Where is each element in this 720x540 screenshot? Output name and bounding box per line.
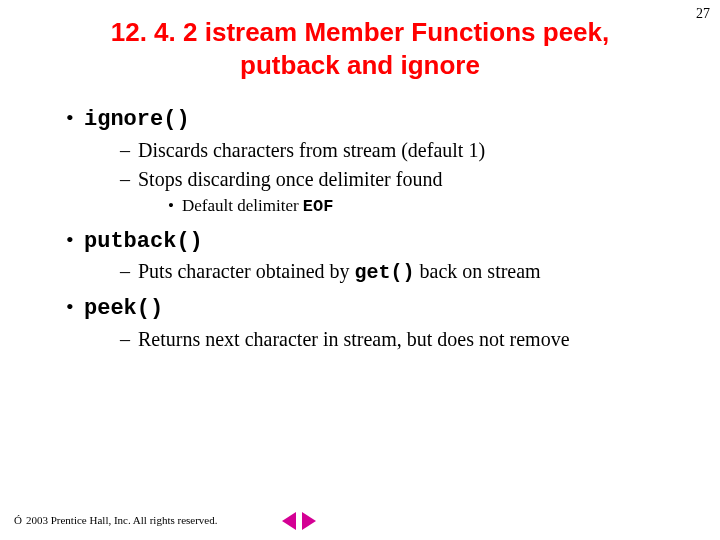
putback-sub-1-pre: Puts character obtained by (138, 260, 355, 282)
get-code: get() (355, 261, 415, 284)
ignore-sub-1-text: Discards characters from stream (default… (138, 139, 485, 161)
title-line-2: putback and ignore (240, 50, 480, 80)
copyright-symbol: Ó (14, 514, 22, 526)
peek-label: peek() (84, 296, 163, 321)
ignore-sub-2-child: •Default delimiter EOF (168, 195, 680, 219)
ignore-sub-1: –Discards characters from stream (defaul… (120, 137, 680, 164)
prev-arrow-icon[interactable] (282, 512, 296, 530)
slide-title: 12. 4. 2 istream Member Functions peek, … (60, 16, 660, 81)
peek-sub-1: –Returns next character in stream, but d… (120, 326, 680, 353)
dash-icon: – (120, 258, 138, 285)
putback-sub-1: –Puts character obtained by get() back o… (120, 258, 680, 286)
nav-arrows (282, 512, 316, 530)
page-number: 27 (696, 6, 710, 22)
bullet-dot-icon: • (168, 195, 182, 218)
copyright-text: 2003 Prentice Hall, Inc. All rights rese… (26, 514, 218, 526)
bullet-dot-icon: • (66, 292, 84, 322)
title-line-1: 12. 4. 2 istream Member Functions peek, (111, 17, 610, 47)
next-arrow-icon[interactable] (302, 512, 316, 530)
ignore-label: ignore() (84, 107, 190, 132)
putback-label: putback() (84, 229, 203, 254)
dash-icon: – (120, 137, 138, 164)
ignore-sub-2-child-pre: Default delimiter (182, 196, 303, 215)
dash-icon: – (120, 166, 138, 193)
bullet-peek: •peek() (66, 292, 680, 324)
putback-sub-1-post: back on stream (415, 260, 541, 282)
eof-code: EOF (303, 197, 334, 216)
ignore-sub-2: –Stops discarding once delimiter found (120, 166, 680, 193)
copyright-footer: Ó 2003 Prentice Hall, Inc. All rights re… (14, 514, 218, 526)
bullet-dot-icon: • (66, 225, 84, 255)
dash-icon: – (120, 326, 138, 353)
bullet-putback: •putback() (66, 225, 680, 257)
bullet-dot-icon: • (66, 103, 84, 133)
slide-content: •ignore() –Discards characters from stre… (0, 103, 720, 353)
bullet-ignore: •ignore() (66, 103, 680, 135)
ignore-sub-2-text: Stops discarding once delimiter found (138, 168, 442, 190)
peek-sub-1-text: Returns next character in stream, but do… (138, 328, 570, 350)
